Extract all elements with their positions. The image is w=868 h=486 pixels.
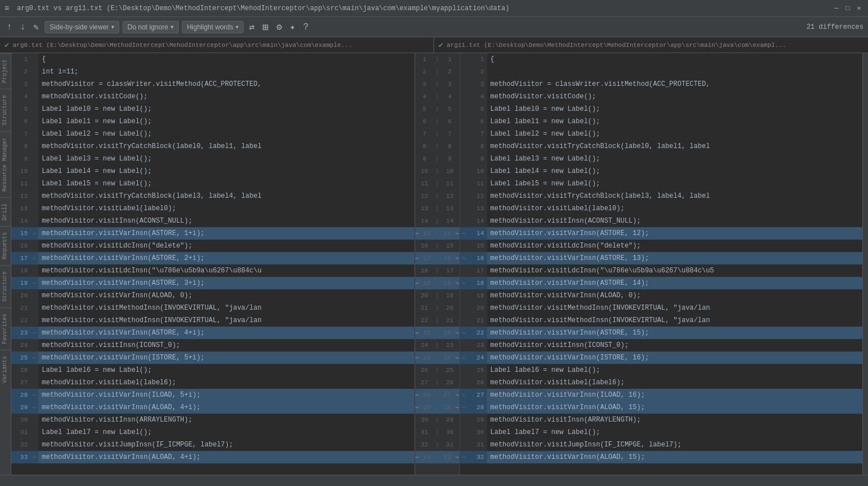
center-divider: |: [435, 367, 439, 374]
sidebar-tab-structure2[interactable]: Structure: [0, 265, 11, 307]
edit-icon[interactable]: ✎: [31, 20, 41, 34]
left-code-text: Label label5 = new Label();: [38, 177, 414, 190]
left-line-number: 24: [11, 339, 31, 352]
next-diff-button[interactable]: ↓: [18, 21, 28, 33]
left-code-line: 19↩ methodVisitor.visitVarInsn(ASTORE, 3…: [11, 277, 414, 289]
left-code-line: 24 methodVisitor.visitInsn(ICONST_0);: [11, 339, 414, 352]
right-merge-arrow-icon[interactable]: ↪: [455, 230, 459, 237]
right-line-number: 8: [468, 140, 487, 153]
center-left-num: 6: [416, 118, 432, 125]
left-merge-arrow-icon[interactable]: ↩: [415, 354, 419, 361]
center-right-num: 3: [442, 81, 458, 88]
close-button[interactable]: ✕: [854, 4, 863, 13]
right-merge-arrow-icon[interactable]: ↪: [455, 280, 459, 287]
left-merge-arrow-icon[interactable]: ↩: [415, 404, 419, 411]
magic-icon[interactable]: ✦: [288, 20, 298, 34]
view-mode-button[interactable]: Side-by-side viewer ▾: [45, 21, 119, 33]
left-line-number: 2: [11, 66, 31, 78]
right-merge-arrow-icon[interactable]: ↪: [455, 329, 459, 336]
left-gutter: ↩: [31, 227, 38, 240]
left-code-line: 8 methodVisitor.visitTryCatchBlock(label…: [11, 140, 414, 153]
file-headers: ✔ arg0.txt (E:\Desktop\Demo\MethodInterc…: [0, 37, 868, 53]
right-merge-arrow-icon[interactable]: ↪: [455, 392, 459, 398]
maximize-button[interactable]: □: [843, 4, 852, 13]
center-left-num: 26: [416, 367, 432, 374]
right-merge-arrow-icon[interactable]: ↪: [455, 255, 459, 262]
center-divider: |: [435, 329, 439, 336]
left-merge-arrow-icon[interactable]: ↩: [415, 329, 419, 336]
right-gutter: [460, 128, 468, 140]
right-line-number: 19: [468, 289, 487, 302]
right-scroll-area[interactable]: 1 {23 methodVisitor = classWriter.visitM…: [460, 53, 863, 475]
center-right-num: 15: [442, 242, 458, 249]
right-check-icon: ✔: [439, 40, 443, 50]
sidebar-tab-variants[interactable]: Variants: [0, 350, 11, 389]
center-divider: |: [435, 106, 439, 112]
ignore-mode-button[interactable]: Do not ignore ▾: [123, 21, 179, 33]
left-gutter: [31, 165, 38, 177]
sidebar-tab-resource[interactable]: Resource Manager: [0, 131, 11, 197]
right-code-text: methodVisitor.visitTryCatchBlock(label0,…: [487, 140, 863, 153]
left-line-number: 12: [11, 190, 31, 202]
right-gutter: [460, 190, 468, 202]
sync-icon[interactable]: ⇄: [247, 20, 257, 34]
right-gutter: [460, 439, 468, 451]
sidebar-tab-project[interactable]: Project: [0, 53, 11, 89]
center-left-num: 21: [416, 305, 432, 311]
right-merge-arrow-icon[interactable]: ↪: [455, 354, 459, 361]
right-line-number: 11: [468, 177, 487, 190]
center-num-row: 31|30: [415, 426, 459, 439]
center-left-num: 14: [416, 218, 432, 224]
left-code-line: 28↩ methodVisitor.visitVarInsn(ILOAD, 5+…: [11, 389, 414, 401]
highlight-words-button[interactable]: Highlight words ▾: [182, 21, 244, 33]
right-code-line: 7 Label label2 = new Label();: [460, 128, 863, 140]
sidebar-tab-drill[interactable]: Drill: [0, 197, 11, 226]
right-gutter: ↪: [460, 352, 468, 364]
grid-icon[interactable]: ⊞: [260, 20, 271, 34]
left-line-number: 23: [11, 327, 31, 339]
left-merge-arrow-icon[interactable]: ↩: [415, 454, 419, 461]
right-gutter: [460, 66, 468, 78]
sidebar-tab-requests[interactable]: Requests: [0, 226, 11, 265]
sidebar-tab-favorites[interactable]: Favorites: [0, 307, 11, 350]
left-line-number: 30: [11, 414, 31, 426]
left-code-text: methodVisitor.visitTryCatchBlock(label3,…: [38, 190, 414, 202]
center-right-num: 31: [442, 441, 458, 448]
sidebar-tab-structure1[interactable]: Structure: [0, 89, 11, 131]
center-num-row: ↩33|32↪: [415, 451, 459, 463]
right-line-number: 21: [468, 314, 487, 327]
gear-icon[interactable]: ⚙: [274, 20, 284, 34]
left-merge-arrow-icon[interactable]: ↩: [415, 392, 419, 398]
center-right-num: 24: [439, 354, 455, 361]
minimize-button[interactable]: —: [832, 4, 841, 13]
center-right-num: 4: [442, 93, 458, 100]
left-merge-arrow-icon[interactable]: ↩: [415, 230, 419, 237]
left-line-number: 14: [11, 215, 31, 227]
left-gutter: [31, 426, 38, 439]
right-code-text: Label label3 = new Label();: [487, 153, 863, 165]
left-code-text: methodVisitor.visitVarInsn(ASTORE, 1+i);: [38, 227, 414, 240]
right-merge-arrow-icon[interactable]: ↪: [455, 404, 459, 411]
left-merge-arrow-icon[interactable]: ↩: [415, 280, 419, 287]
title-text: arg0.txt vs arg11.txt (E:\Desktop\Demo\M…: [17, 5, 832, 12]
prev-diff-button[interactable]: ↑: [5, 21, 15, 33]
right-merge-arrow-icon[interactable]: ↪: [455, 454, 459, 461]
left-code-text: Label label6 = new Label();: [38, 364, 414, 376]
right-line-number: 5: [468, 103, 487, 115]
center-divider: |: [435, 267, 439, 274]
right-code-text: Label label6 = new Label();: [487, 364, 863, 376]
center-num-row: ↩28|27↪: [415, 389, 459, 401]
center-right-num: 16: [439, 255, 455, 262]
center-right-num: 20: [442, 305, 458, 311]
left-gutter: [31, 153, 38, 165]
right-gutter: [460, 376, 468, 389]
right-scrollbar[interactable]: [862, 53, 868, 475]
help-icon[interactable]: ?: [301, 21, 311, 33]
left-scroll-area[interactable]: 1{2 int i=11;3 methodVisitor = classWrit…: [11, 53, 414, 475]
center-divider: |: [435, 218, 439, 224]
left-merge-arrow-icon[interactable]: ↩: [415, 255, 419, 262]
right-gutter: ↪: [460, 227, 468, 240]
left-gutter: [31, 103, 38, 115]
toolbar: ↑ ↓ ✎ Side-by-side viewer ▾ Do not ignor…: [0, 17, 868, 37]
highlight-chevron-icon: ▾: [236, 24, 238, 30]
